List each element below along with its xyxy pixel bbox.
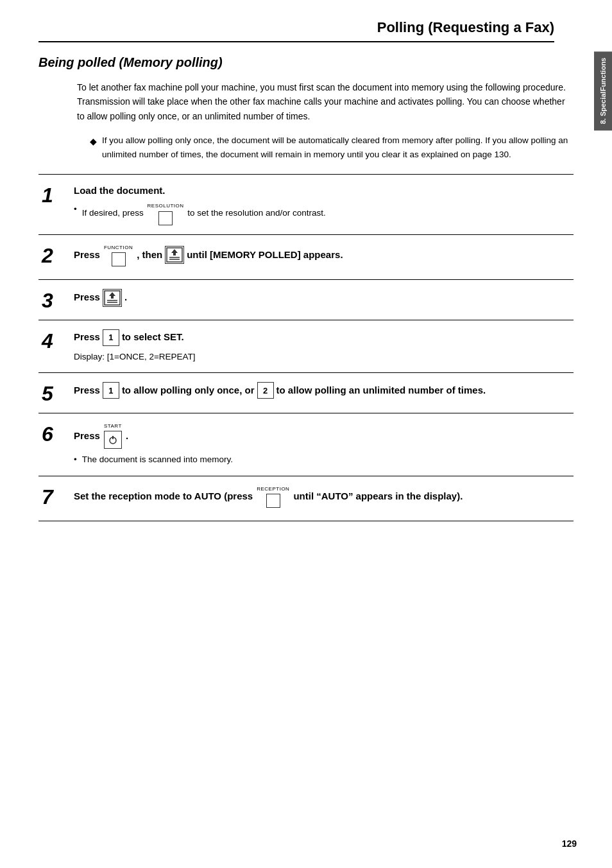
step-7-number: 7 (38, 485, 74, 507)
start-key: START (104, 422, 122, 449)
bullet-diamond-icon: ◆ (90, 134, 97, 148)
step-2-press: Press (74, 248, 100, 263)
reception-key-square (266, 494, 280, 508)
step-6-main: Press START . (74, 422, 574, 449)
step-2: 2 Press FUNCTION , then (38, 235, 574, 280)
step-4-content: Press 1 to select SET. Display: [1=ONCE,… (74, 329, 574, 364)
page-header: Polling (Requesting a Fax) (38, 19, 554, 42)
key-5-2-box: 2 (257, 382, 274, 399)
step-7-content: Set the reception mode to AUTO (press RE… (74, 485, 574, 512)
svg-marker-0 (171, 249, 178, 256)
step-6: 6 Press START (38, 413, 574, 476)
step-2-number: 2 (38, 244, 74, 266)
step-4-number: 4 (38, 329, 74, 351)
step-3-main: Press . (74, 289, 574, 307)
bullet-dot: • (74, 202, 77, 216)
start-label-top: START (104, 422, 122, 430)
step-5-text2: to allow polling an unlimited number of … (276, 383, 486, 398)
key-1-box: 1 (103, 329, 119, 346)
step-5-content: Press 1 to allow polling only once, or 2… (74, 382, 574, 403)
function-key-square (112, 252, 126, 266)
step-1-bullet: • If desired, press RESOLUTION to set th… (74, 202, 574, 225)
function-key: FUNCTION (104, 244, 133, 266)
step-3-number: 3 (38, 289, 74, 311)
resolution-key-square (158, 211, 173, 225)
step-2-until: until [MEMORY POLLED] appears. (187, 248, 343, 263)
step-5: 5 Press 1 to allow polling only once, or… (38, 373, 574, 413)
step-6-bullet: • The document is scanned into memory. (74, 453, 574, 467)
step-5-main: Press 1 to allow polling only once, or 2… (74, 382, 574, 399)
side-tab-line1: 8. Special (599, 92, 608, 125)
start-key-square (104, 431, 122, 449)
memory-icon-svg (166, 247, 183, 263)
step-3-content: Press . (74, 289, 574, 311)
step-6-period: . (126, 429, 128, 444)
step-3: 3 Press . (38, 280, 574, 320)
start-icon-svg (106, 433, 119, 446)
step-4-label: to select SET. (122, 330, 184, 345)
section-title: Being polled (Memory polling) (38, 55, 574, 70)
resolution-label: RESOLUTION (148, 202, 184, 211)
step-4-press: Press (74, 330, 100, 345)
step-2-then: , then (137, 248, 162, 263)
svg-marker-4 (109, 292, 115, 299)
step-2-main: Press FUNCTION , then (74, 244, 574, 266)
step-1-bullet-text: If desired, press RESOLUTION to set the … (82, 202, 326, 225)
intro-text: To let another fax machine poll your mac… (77, 80, 574, 123)
step-1-label: Load the document. (74, 184, 166, 198)
step-6-content: Press START . (74, 422, 574, 467)
step-2-content: Press FUNCTION , then (74, 244, 574, 270)
page-title: Polling (Requesting a Fax) (38, 19, 554, 36)
step-1-main: Load the document. (74, 184, 574, 198)
side-tab-line2: Functions (599, 58, 608, 92)
function-label: FUNCTION (104, 244, 133, 252)
step-1: 1 Load the document. • If desired, press… (38, 175, 574, 234)
step-1-number: 1 (38, 184, 74, 205)
step-5-text1: to allow polling only once, or (122, 383, 255, 398)
reception-key: RECEPTION (257, 485, 289, 508)
resolution-key: RESOLUTION (148, 202, 184, 225)
page-number: 129 (562, 838, 577, 849)
page-container: 8. Special Functions Polling (Requesting… (0, 0, 612, 868)
step-4-main: Press 1 to select SET. (74, 329, 574, 346)
step-7-text1: Set the reception mode to AUTO (press (74, 489, 253, 504)
step-5-number: 5 (38, 382, 74, 404)
reception-label-top: RECEPTION (257, 485, 289, 493)
step-5-press: Press (74, 383, 100, 398)
note-text: If you allow polling only once, the docu… (102, 134, 574, 161)
step-3-icon (103, 289, 122, 307)
key-5-1-box: 1 (103, 382, 119, 399)
step-4-sub: Display: [1=ONCE, 2=REPEAT] (74, 350, 574, 364)
step-1-content: Load the document. • If desired, press R… (74, 184, 574, 225)
memory-polled-icon (165, 246, 184, 264)
step-6-bullet-dot: • (74, 453, 77, 467)
step-7: 7 Set the reception mode to AUTO (press … (38, 476, 574, 521)
step-6-bullet-text: The document is scanned into memory. (82, 453, 233, 467)
side-tab: 8. Special Functions (594, 51, 612, 130)
step-3-icon-svg (104, 290, 121, 306)
step-7-main: Set the reception mode to AUTO (press RE… (74, 485, 574, 508)
step-6-press: Press (74, 429, 100, 444)
step-6-number: 6 (38, 422, 74, 444)
step-7-text2: until “AUTO” appears in the display). (293, 489, 463, 504)
step-4: 4 Press 1 to select SET. Display: [1=ONC… (38, 320, 574, 374)
bullet-note: ◆ If you allow polling only once, the do… (90, 134, 574, 161)
step-3-press: Press (74, 290, 100, 305)
step-3-period: . (124, 290, 127, 305)
steps-container: 1 Load the document. • If desired, press… (38, 174, 574, 521)
